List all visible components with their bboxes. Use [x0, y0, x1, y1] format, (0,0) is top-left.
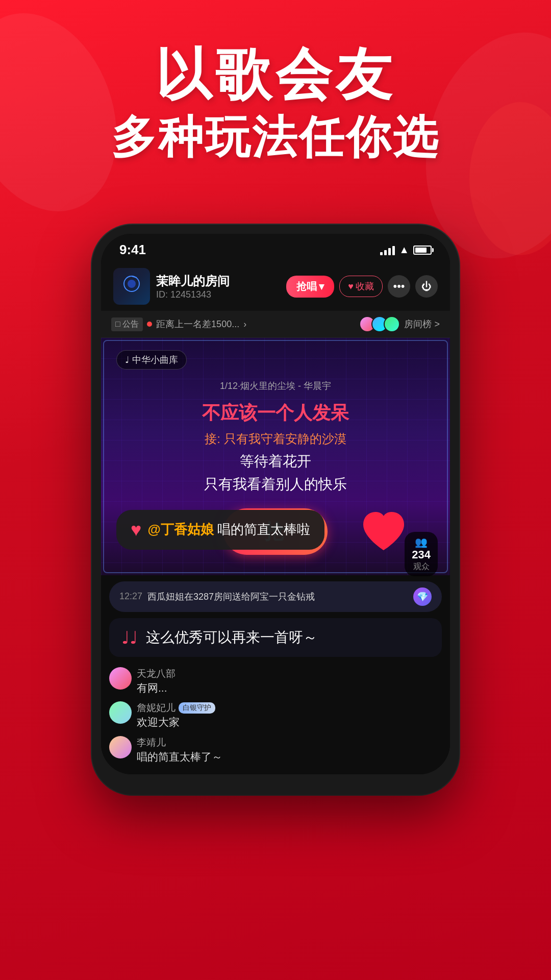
- avatar: [109, 667, 132, 690]
- room-power-button[interactable]: ⏻: [415, 275, 438, 298]
- chat-username: 李靖儿: [137, 736, 222, 749]
- heart-icon: ♥: [348, 281, 354, 292]
- music-popup-text: 这么优秀可以再来一首呀～: [146, 628, 317, 647]
- room-avatar: [113, 268, 150, 305]
- room-id: ID: 12451343: [156, 289, 280, 300]
- lyrics-next-line1-inline: 只有我守着安静的沙漠: [224, 432, 346, 446]
- avatar-group: [359, 316, 400, 332]
- chat-content: 李靖儿 唱的简直太棒了～: [137, 736, 222, 764]
- phone-frame: 9:41 ▲: [92, 225, 459, 795]
- table-row: 李靖儿 唱的简直太棒了～: [109, 736, 442, 764]
- hero-title-line1: 以歌会友: [0, 41, 551, 108]
- notice-right: 房间榜 >: [359, 316, 440, 332]
- chat-text: 欢迎大家: [137, 715, 215, 729]
- song-progress: 1/12·烟火里的尘埃 - 华晨宇: [116, 380, 435, 392]
- lyrics-next-label: 接: 只有我守着安静的沙漠: [116, 431, 435, 447]
- notice-bar: □ 公告 距离上一名差1500... › 房间榜 >: [101, 311, 450, 338]
- status-icons: ▲: [380, 244, 432, 256]
- mini-avatar-3: [384, 316, 400, 332]
- room-header: 茉眸儿的房间 ID: 12451343 抢唱 ▾ ♥ 收藏 ••• ⏻: [101, 262, 450, 311]
- table-row: 詹妮妃儿 白银守护 欢迎大家: [109, 701, 442, 729]
- wifi-icon: ▲: [399, 244, 409, 256]
- collect-button[interactable]: ♥ 收藏: [339, 276, 383, 297]
- avatar: [109, 736, 132, 758]
- chat-text: 唱的简直太棒了～: [137, 749, 222, 764]
- avatar-music-icon: [119, 274, 144, 299]
- notice-left: □ 公告 距离上一名差1500... ›: [111, 317, 353, 331]
- gift-text: 西瓜妞姐在3287房间送给阿宝一只金钻戒: [147, 591, 408, 603]
- floating-heart: [358, 507, 409, 560]
- chat-content: 詹妮妃儿 白银守护 欢迎大家: [137, 701, 215, 729]
- chat-text: 有网...: [137, 680, 176, 695]
- comment-text: 唱的简直太棒啦: [217, 522, 310, 537]
- status-bar: 9:41 ▲: [101, 234, 450, 262]
- song-lib-badge[interactable]: ♩ 中华小曲库: [116, 350, 187, 370]
- chat-username: 天龙八部: [137, 667, 176, 680]
- notice-text: 距离上一名差1500...: [156, 318, 239, 330]
- song-info: 1/12·烟火里的尘埃 - 华晨宇: [116, 380, 435, 392]
- phone-mockup: 9:41 ▲: [92, 225, 459, 795]
- hero-title-line2: 多种玩法任你选: [0, 108, 551, 166]
- table-row: 天龙八部 有网...: [109, 667, 442, 695]
- music-note-icon: ♩♩: [121, 627, 138, 648]
- karaoke-area: ♩ 中华小曲库 1/12·烟火里的尘埃 - 华晨宇 不应该一个人发呆 接: 只有…: [101, 338, 450, 575]
- audience-label: 观众: [412, 561, 431, 572]
- avatar: [109, 701, 132, 724]
- audience-count: 234: [412, 548, 431, 561]
- room-menu-button[interactable]: •••: [388, 275, 410, 298]
- gift-time: 12:27: [119, 591, 142, 602]
- room-info: 茉眸儿的房间 ID: 12451343: [156, 273, 280, 300]
- lyrics-line2: 等待着花开: [116, 450, 435, 473]
- svg-point-1: [128, 280, 136, 288]
- notice-icon: □ 公告: [111, 317, 143, 331]
- comment-popup: ♥ @丁香姑娘 唱的简直太棒啦: [116, 510, 324, 550]
- collect-label: 收藏: [356, 280, 374, 292]
- grab-sing-label: 抢唱: [296, 280, 317, 293]
- rank-text: 房间榜 >: [404, 318, 440, 330]
- chat-messages: 天龙八部 有网... 詹妮妃儿 白银守护 欢迎大家: [101, 663, 450, 774]
- song-lib-label: 中华小曲库: [132, 354, 178, 366]
- gift-icon: 💎: [413, 587, 432, 606]
- chevron-down-icon: ▾: [319, 280, 324, 292]
- room-actions: 抢唱 ▾ ♥ 收藏 ••• ⏻: [286, 275, 438, 298]
- comment-popup-text: @丁香姑娘 唱的简直太棒啦: [147, 521, 310, 538]
- comment-mention: @丁香姑娘: [147, 522, 213, 537]
- hero-section: 以歌会友 多种玩法任你选: [0, 41, 551, 166]
- signal-icon: [380, 245, 395, 255]
- comment-heart-icon: ♥: [131, 519, 141, 541]
- status-badge: 白银守护: [179, 702, 215, 714]
- music-note-icon: ♩: [125, 354, 129, 365]
- notice-arrow: ›: [243, 319, 246, 330]
- phone-screen: 9:41 ▲: [101, 234, 450, 774]
- audience-badge: 👥 234 观众: [405, 532, 438, 576]
- lyrics-next-lines: 等待着花开 只有我看着别人的快乐: [116, 450, 435, 496]
- music-popup: ♩♩ 这么优秀可以再来一首呀～: [109, 618, 442, 657]
- next-prefix: 接:: [205, 432, 220, 446]
- lyrics-active-line: 不应该一个人发呆: [116, 400, 435, 426]
- chat-username: 詹妮妃儿 白银守护: [137, 701, 215, 715]
- audience-icon: 👥: [412, 536, 431, 548]
- live-dot: [147, 322, 152, 327]
- grab-sing-button[interactable]: 抢唱 ▾: [286, 276, 334, 298]
- battery-icon: [413, 246, 432, 255]
- gift-notification: 12:27 西瓜妞姐在3287房间送给阿宝一只金钻戒 💎: [109, 581, 442, 612]
- lyrics-line3: 只有我看着别人的快乐: [116, 473, 435, 496]
- chat-area: 👥 234 观众 12:27 西瓜妞姐在3287房间送给阿宝一只金钻戒 💎 ♩♩…: [101, 581, 450, 774]
- room-name: 茉眸儿的房间: [156, 273, 280, 289]
- chat-content: 天龙八部 有网...: [137, 667, 176, 695]
- status-time: 9:41: [119, 242, 146, 258]
